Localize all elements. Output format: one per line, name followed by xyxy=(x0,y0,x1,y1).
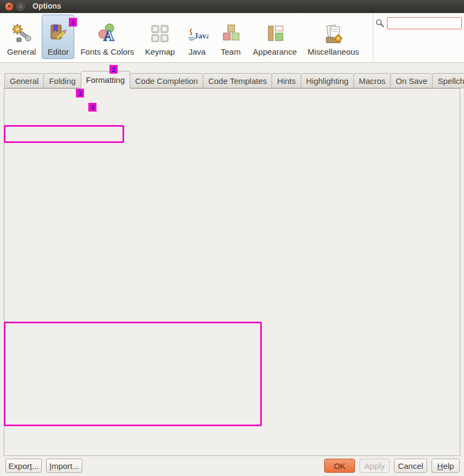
toolbar-item-label: Fonts & Colors xyxy=(80,47,134,56)
export-button[interactable]: Export... xyxy=(5,459,42,473)
appearance-icon xyxy=(263,22,286,45)
toolbar-item-miscellaneous[interactable]: Miscellaneous xyxy=(303,15,364,59)
toolbar-item-appearance[interactable]: Appearance xyxy=(248,15,302,59)
search-input[interactable] xyxy=(387,17,462,29)
toolbar-item-label: Editor xyxy=(48,47,69,56)
toolbar-item-label: Appearance xyxy=(253,47,297,56)
formatting-tab-panel xyxy=(4,88,460,456)
toolbar-item-general[interactable]: General xyxy=(2,15,41,59)
toolbar-item-label: Java xyxy=(189,47,206,56)
toolbar-item-label: Miscellaneous xyxy=(308,47,359,56)
toolbar-item-fonts-colors[interactable]: AFonts & Colors xyxy=(75,15,139,59)
java-icon: Java xyxy=(186,22,209,45)
tab-code-completion[interactable]: Code Completion xyxy=(130,73,203,88)
editor-icon xyxy=(47,22,69,45)
team-icon xyxy=(220,22,242,45)
toolbar-item-label: General xyxy=(7,47,36,56)
miscellaneous-icon xyxy=(322,22,345,45)
window-restore-button[interactable] xyxy=(16,2,25,11)
svg-text:Java: Java xyxy=(194,31,209,40)
annotation-marker-4: 4 xyxy=(88,103,96,112)
annotation-marker-2: 2 xyxy=(109,65,118,74)
toolbar-item-label: Team xyxy=(221,47,241,56)
apply-button[interactable]: Apply xyxy=(359,459,390,473)
keymap-icon xyxy=(149,22,171,45)
help-button[interactable]: Help xyxy=(431,459,460,473)
annotation-marker-1: 1 xyxy=(69,18,77,27)
cancel-button[interactable]: Cancel xyxy=(394,459,427,473)
toolbar-item-java[interactable]: JavaJava xyxy=(181,15,214,59)
general-icon xyxy=(10,22,33,45)
ok-button[interactable]: OK xyxy=(324,459,355,473)
svg-text:A: A xyxy=(104,28,114,44)
title-bar: ✕ Options xyxy=(0,0,464,13)
tab-on-save[interactable]: On Save xyxy=(390,73,432,88)
toolbar-item-team[interactable]: Team xyxy=(215,15,247,59)
window-title: Options xyxy=(33,2,61,10)
tab-macros[interactable]: Macros xyxy=(353,73,390,88)
toolbar-divider xyxy=(373,14,373,63)
search-icon xyxy=(375,18,385,28)
import-button[interactable]: Import... xyxy=(46,459,82,473)
fonts-colors-icon: A xyxy=(96,22,119,45)
tab-highlighting[interactable]: Highlighting xyxy=(301,73,353,88)
tab-spellchecker[interactable]: Spellchecker xyxy=(432,73,464,88)
toolbar-item-keymap[interactable]: Keymap xyxy=(140,15,180,59)
annotation-marker-3: 3 xyxy=(76,89,84,97)
window-close-button[interactable]: ✕ xyxy=(5,2,14,11)
tab-folding[interactable]: Folding xyxy=(43,73,80,88)
tab-formatting[interactable]: Formatting xyxy=(81,71,131,89)
toolbar-item-label: Keymap xyxy=(145,47,175,56)
tab-general[interactable]: General xyxy=(4,73,43,88)
tab-code-templates[interactable]: Code Templates xyxy=(203,73,272,88)
tab-hints[interactable]: Hints xyxy=(272,73,300,88)
